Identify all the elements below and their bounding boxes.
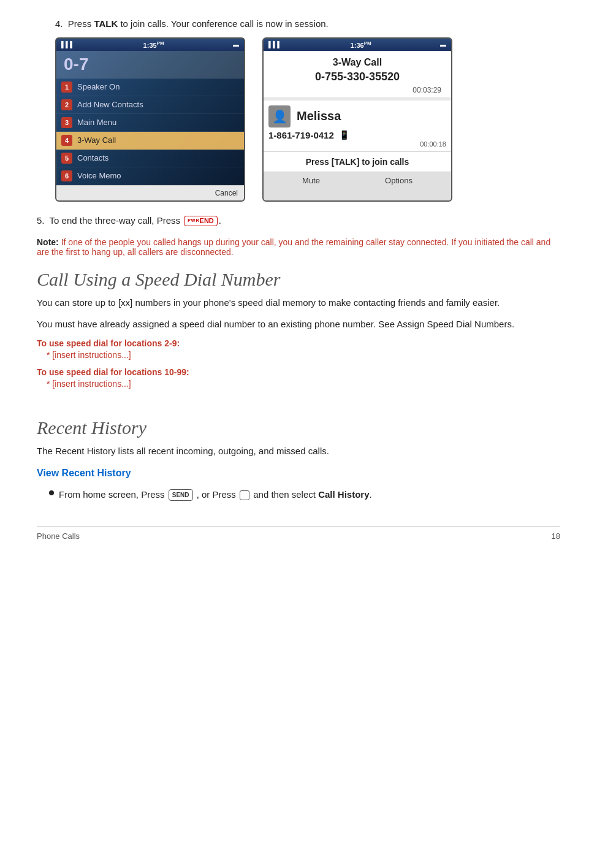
speed-dial-title: Call Using a Speed Dial Number (37, 269, 560, 290)
options-label: Options (385, 176, 413, 185)
partial-number: 0-7 (56, 51, 244, 78)
mute-label: Mute (302, 176, 320, 185)
end-label: END (200, 217, 214, 225)
phone-right-header: ▌▌▌ 1:36PM ▬ (264, 39, 451, 51)
phone-screen-right: ▌▌▌ 1:36PM ▬ 3-Way Call 0-755-330-35520 … (262, 37, 452, 202)
menu-item-4-active: 4 3-Way Call (56, 132, 244, 150)
call-timer-1: 00:03:29 (268, 86, 446, 94)
call-section-top: 3-Way Call 0-755-330-35520 00:03:29 (264, 51, 451, 98)
menu-item-5: 5 Contacts (56, 150, 244, 167)
menu-label-3: Main Menu (77, 118, 116, 127)
menu-label-6: Voice Memo (77, 171, 121, 180)
send-button-icon: SEND (169, 489, 193, 501)
bullet-text-end: . (370, 489, 372, 500)
menu-item-2: 2 Add New Contacts (56, 96, 244, 114)
menu-num-1: 1 (61, 82, 72, 93)
menu-num-4: 4 (61, 135, 72, 146)
caller-number-row: 1-861-719-0412 📱 (268, 130, 446, 140)
note-label: Note: (37, 237, 59, 247)
menu-item-6: 6 Voice Memo (56, 167, 244, 185)
phone-right-footer: Mute Options (264, 172, 451, 189)
step-5-text: 5. To end the three-way call, Press PWR … (37, 215, 560, 227)
speed-dial-para1: You can store up to [xx] numbers in your… (37, 296, 560, 310)
recent-history-para1: The Recent History lists all recent inco… (37, 444, 560, 459)
view-recent-history-heading: View Recent History (37, 466, 560, 481)
speed-dial-heading1: To use speed dial for locations 2-9: (37, 338, 560, 348)
signal-icon: ▌▌▌ (61, 41, 74, 48)
page-footer: Phone Calls 18 (37, 526, 560, 541)
call-number: 0-755-330-35520 (268, 70, 446, 83)
speed-dial-item1: * [insert instructions...] (47, 350, 560, 360)
bullet-text-after: and then select (253, 489, 318, 500)
phone-screen-left: ▌▌▌ 1:35PM ▬ 0-7 1 Speaker On 2 Add New … (55, 37, 245, 202)
battery-icon: ▬ (233, 41, 239, 48)
join-calls-bar: Press [TALK] to join calls (264, 151, 451, 172)
speed-dial-item2: * [insert instructions...] (47, 379, 560, 389)
phone-left-body: 0-7 1 Speaker On 2 Add New Contacts 3 Ma… (56, 51, 244, 185)
step-5-after: . (219, 215, 221, 226)
footer-left: Phone Calls (37, 531, 80, 541)
avatar-icon: 👤 (272, 109, 287, 124)
phone-left-footer: Cancel (56, 185, 244, 200)
call-title: 3-Way Call (268, 57, 446, 68)
menu-label-2: Add New Contacts (77, 100, 143, 109)
signal-icon-right: ▌▌▌ (268, 41, 281, 48)
caller-name: Melissa (297, 109, 341, 123)
step-4-text: 4. Press TALK to join calls. Your confer… (55, 18, 560, 29)
bullet-item-1: From home screen, Press SEND , or Press … (49, 488, 560, 502)
menu-num-3: 3 (61, 117, 72, 128)
phone-icon: 📱 (339, 130, 349, 140)
talk-keyword: TALK (94, 18, 118, 29)
end-button-icon: PWR END (184, 216, 218, 226)
time-display-right: 1:36PM (351, 40, 371, 49)
caller-timer: 00:00:18 (268, 140, 446, 148)
phone-left-header: ▌▌▌ 1:35PM ▬ (56, 39, 244, 51)
battery-icon-right: ▬ (440, 41, 446, 48)
bullet-text: From home screen, Press SEND , or Press … (59, 488, 372, 502)
note-text: If one of the people you called hangs up… (37, 237, 550, 257)
caller-avatar: 👤 (268, 105, 291, 128)
phone-right-body: 3-Way Call 0-755-330-35520 00:03:29 👤 Me… (264, 51, 451, 172)
menu-item-3: 3 Main Menu (56, 114, 244, 132)
call-history-label: Call History (318, 489, 369, 500)
bullet-text-mid: , or Press (197, 489, 238, 500)
time-display: 1:35PM (143, 40, 164, 49)
menu-num-5: 5 (61, 153, 72, 164)
caller-number: 1-861-719-0412 (268, 130, 334, 140)
cancel-label: Cancel (215, 189, 238, 197)
pwr-label: PWR (188, 218, 199, 223)
speed-dial-heading2: To use speed dial for locations 10-99: (37, 367, 560, 377)
step-4-after: to join calls. Your conference call is n… (118, 18, 329, 29)
menu-label-4: 3-Way Call (77, 135, 116, 145)
footer-right: 18 (552, 531, 560, 541)
caller-row: 👤 Melissa (268, 105, 446, 128)
home-button-icon (240, 490, 249, 500)
step-4-number: 4. (55, 18, 63, 29)
bullet-dot (49, 490, 54, 495)
phone-screenshots: ▌▌▌ 1:35PM ▬ 0-7 1 Speaker On 2 Add New … (55, 37, 560, 202)
recent-history-title: Recent History (37, 417, 560, 438)
call-section-bottom: 👤 Melissa 1-861-719-0412 📱 00:00:18 (264, 101, 451, 151)
speed-dial-para2: You must have already assigned a speed d… (37, 318, 560, 332)
menu-num-2: 2 (61, 99, 72, 110)
menu-num-6: 6 (61, 170, 72, 181)
bullet-text-before: From home screen, Press (59, 489, 167, 500)
menu-item-1: 1 Speaker On (56, 78, 244, 96)
menu-label-5: Contacts (77, 153, 108, 162)
step-5-number: 5. (37, 215, 45, 226)
menu-label-1: Speaker On (77, 82, 120, 91)
note-block: Note: If one of the people you called ha… (37, 237, 560, 257)
